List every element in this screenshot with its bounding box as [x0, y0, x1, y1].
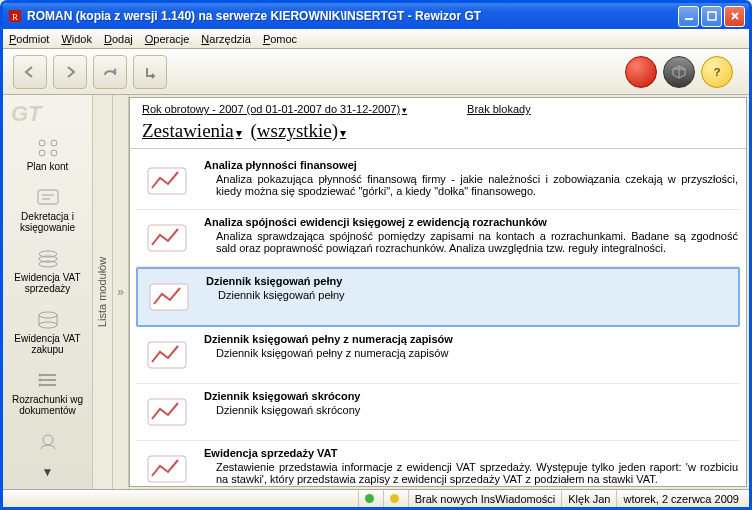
filter-dropdown[interactable]: (wszystkie)	[251, 120, 347, 141]
menu-narzedzia[interactable]: Narzędzia	[201, 33, 251, 45]
svg-point-13	[39, 322, 57, 328]
close-button[interactable]	[724, 6, 745, 27]
menu-pomoc[interactable]: Pomoc	[263, 33, 297, 45]
report-row[interactable]: Dziennik księgowań skróconyDziennik księ…	[136, 384, 740, 441]
report-row-title: Dziennik księgowań pełny	[206, 275, 736, 287]
report-row[interactable]: Analiza spójności ewidencji księgowej z …	[136, 210, 740, 267]
lock-status[interactable]: Brak blokady	[467, 103, 531, 115]
status-date: wtorek, 2 czerwca 2009	[616, 490, 745, 507]
report-list: Analiza płynności finansowejAnaliza poka…	[130, 149, 746, 486]
gt-logo-icon: GT	[11, 101, 42, 127]
report-row-desc: Dziennik księgowań pełny z numeracją zap…	[204, 347, 738, 359]
svg-rect-8	[38, 190, 58, 204]
menu-widok[interactable]: Widok	[61, 33, 92, 45]
status-news[interactable]: Brak nowych InsWiadomości	[408, 490, 562, 507]
nav-item-label: Ewidencja VAT zakupu	[14, 333, 80, 356]
svg-point-16	[38, 383, 41, 386]
report-row-desc: Analiza sprawdzająca spójność pomiędzy z…	[204, 230, 738, 254]
svg-rect-23	[148, 456, 186, 482]
report-row[interactable]: Analiza płynności finansowejAnaliza poka…	[136, 153, 740, 210]
nav-ewidencja-zakupu[interactable]: Ewidencja VAT zakupu	[11, 307, 85, 356]
report-chart-icon	[138, 390, 196, 434]
toolbar-forward-button[interactable]	[53, 55, 87, 89]
nav-ewidencja-sprzedazy[interactable]: Ewidencja VAT sprzedaży	[11, 246, 85, 295]
report-row-title: Ewidencja sprzedaży VAT	[204, 447, 738, 459]
svg-point-5	[51, 140, 57, 146]
window-title: ROMAN (kopia z wersji 1.140) na serwerze…	[27, 9, 676, 23]
report-chart-icon	[140, 275, 198, 319]
svg-point-12	[39, 312, 57, 318]
report-row-desc: Dziennik księgowań skrócony	[204, 404, 738, 416]
nav-plan-kont[interactable]: Plan kont	[11, 135, 85, 173]
svg-point-17	[43, 435, 53, 445]
report-row-title: Analiza płynności finansowej	[204, 159, 738, 171]
status-indicator2-icon	[383, 490, 408, 507]
toolbar-help-button[interactable]: ?	[701, 56, 733, 88]
menu-podmiot[interactable]: Podmiot	[9, 33, 49, 45]
maximize-button[interactable]	[701, 6, 722, 27]
module-strip-label: Lista modułów	[97, 257, 109, 327]
report-row-title: Analiza spójności ewidencji księgowej z …	[204, 216, 738, 228]
expand-module-icon[interactable]: »	[113, 95, 129, 489]
report-row-desc: Dziennik księgowań pełny	[206, 289, 736, 301]
left-nav: GT Plan kont Dekretacja i księgowanie Ew…	[3, 95, 93, 489]
svg-point-15	[38, 378, 41, 381]
svg-text:R: R	[12, 12, 18, 22]
status-indicator1-icon	[358, 490, 383, 507]
nav-dekretacja[interactable]: Dekretacja i księgowanie	[11, 185, 85, 234]
svg-rect-21	[148, 342, 186, 368]
report-chart-icon	[138, 447, 196, 486]
nav-item-label: Dekretacja i księgowanie	[20, 211, 75, 234]
report-chart-icon	[138, 333, 196, 377]
svg-point-7	[51, 150, 57, 156]
period-selector[interactable]: Rok obrotowy - 2007 (od 01-01-2007 do 31…	[142, 103, 407, 115]
svg-point-6	[39, 150, 45, 156]
category-dropdown[interactable]: Zestawienia	[142, 120, 242, 141]
report-chart-icon	[138, 216, 196, 260]
toolbar-action2-button[interactable]	[133, 55, 167, 89]
toolbar-action1-button[interactable]	[93, 55, 127, 89]
report-row[interactable]: Dziennik księgowań pełnyDziennik księgow…	[136, 267, 740, 327]
svg-point-4	[39, 140, 45, 146]
report-row[interactable]: Ewidencja sprzedaży VATZestawienie przed…	[136, 441, 740, 486]
menubar: Podmiot Widok Dodaj Operacje Narzędzia P…	[3, 29, 749, 49]
toolbar-back-button[interactable]	[13, 55, 47, 89]
module-strip[interactable]: Lista modułów	[93, 95, 113, 489]
svg-rect-2	[685, 18, 693, 20]
report-row-title: Dziennik księgowań pełny z numeracją zap…	[204, 333, 738, 345]
svg-point-14	[38, 373, 41, 376]
toolbar: ?	[3, 49, 749, 95]
nav-scroll-down-icon[interactable]: ▼	[42, 465, 54, 479]
nav-item-label: Ewidencja VAT sprzedaży	[14, 272, 80, 295]
nav-item-label: Rozrachunki wg dokumentów	[12, 394, 83, 417]
menu-operacje[interactable]: Operacje	[145, 33, 190, 45]
report-row[interactable]: Dziennik księgowań pełny z numeracją zap…	[136, 327, 740, 384]
report-chart-icon	[138, 159, 196, 203]
nav-rozrachunki[interactable]: Rozrachunki wg dokumentów	[11, 368, 85, 417]
minimize-button[interactable]	[678, 6, 699, 27]
svg-rect-19	[148, 225, 186, 251]
svg-rect-22	[148, 399, 186, 425]
toolbar-cube-button[interactable]	[663, 56, 695, 88]
status-user: Klęk Jan	[561, 490, 616, 507]
toolbar-update-button[interactable]	[625, 56, 657, 88]
svg-rect-3	[708, 12, 716, 20]
nav-item-label: Plan kont	[27, 161, 69, 172]
report-row-desc: Zestawienie przedstawia informacje z ewi…	[204, 461, 738, 485]
report-row-desc: Analiza pokazująca płynność finansową fi…	[204, 173, 738, 197]
menu-dodaj[interactable]: Dodaj	[104, 33, 133, 45]
svg-rect-18	[148, 168, 186, 194]
report-row-title: Dziennik księgowań skrócony	[204, 390, 738, 402]
app-icon: R	[7, 8, 23, 24]
svg-rect-20	[150, 284, 188, 310]
nav-more-icon[interactable]	[11, 429, 85, 455]
statusbar: Brak nowych InsWiadomości Klęk Jan wtore…	[3, 489, 749, 507]
